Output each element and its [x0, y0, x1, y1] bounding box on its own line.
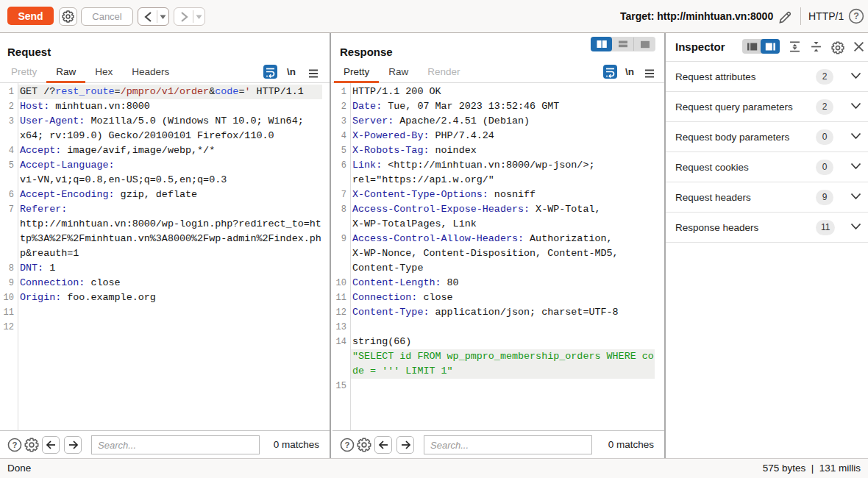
req-tab-raw[interactable]: Raw: [46, 63, 85, 83]
search-next[interactable]: [64, 436, 82, 454]
target-label: Target: http://minhtuan.vn:8000: [620, 0, 773, 32]
req-tab-headers[interactable]: Headers: [122, 63, 179, 83]
inspector-close: [853, 41, 864, 52]
request-panel: Request Pretty Raw Hex Headers \n: [0, 33, 331, 458]
search-prev[interactable]: [42, 436, 60, 454]
settings-button[interactable]: [59, 7, 77, 26]
cancel-button[interactable]: Cancel: [81, 7, 133, 26]
req-tab-hex[interactable]: Hex: [85, 63, 122, 83]
edit-target: [777, 9, 794, 26]
request-body-parameters[interactable]: Request body parameters0: [666, 122, 868, 152]
expand-all: [789, 41, 800, 52]
resp-tab-pretty: Pretty: [334, 63, 379, 83]
back-button[interactable]: [138, 7, 169, 26]
resp-search-prev[interactable]: [374, 436, 392, 454]
request-editor: 1 2 3 4 5 6 7 8 9 10 11 12 GET /?rest_ro…: [0, 83, 330, 430]
request-search: ? 0 matches: [0, 430, 330, 458]
burp-repeater: Send Cancel Target: http://minhtuan.vn:8…: [0, 0, 868, 478]
send-button[interactable]: Send: [7, 7, 54, 25]
request-headers[interactable]: Request headers9: [666, 182, 868, 213]
http-version: HTTP/1: [808, 0, 844, 32]
resp-tab-raw[interactable]: Raw: [379, 63, 418, 83]
request-search-input[interactable]: [91, 435, 260, 454]
req-tab-pretty: Pretty: [1, 63, 46, 83]
request-query-parameters[interactable]: Request query parameters2: [666, 92, 868, 122]
response-search: ? 0 matches: [332, 430, 664, 458]
response-search-input[interactable]: [424, 435, 592, 454]
svg-text:?: ?: [13, 440, 18, 449]
request-cookies[interactable]: Request cookies0: [666, 152, 868, 182]
forward-button[interactable]: [174, 7, 205, 26]
collapse-all: [811, 41, 822, 52]
resp-search-next[interactable]: [396, 436, 414, 454]
svg-text:?: ?: [345, 440, 350, 449]
resp-tab-render: Render: [418, 63, 469, 83]
inspector-panel: Inspector Request attr: [664, 33, 868, 458]
response-headers[interactable]: Response headers11: [666, 213, 868, 243]
response-panel: Response Pretty Raw Render \n: [332, 33, 664, 458]
svg-text:?: ?: [853, 11, 859, 21]
inspector-settings: [831, 41, 844, 54]
help: ?: [848, 8, 864, 24]
response-editor: 1 2 3 4 5 6 7 8 9 10 11 12 13 14 15 HTTP…: [332, 83, 664, 430]
layout-toggle: [591, 37, 655, 51]
toolbar: Send Cancel Target: http://minhtuan.vn:8…: [0, 0, 868, 33]
status-bar: Done 575 bytes | 131 millis: [0, 458, 868, 478]
request-attributes[interactable]: Request attributes2: [666, 62, 868, 92]
inspector-dock-toggle: [742, 39, 780, 54]
